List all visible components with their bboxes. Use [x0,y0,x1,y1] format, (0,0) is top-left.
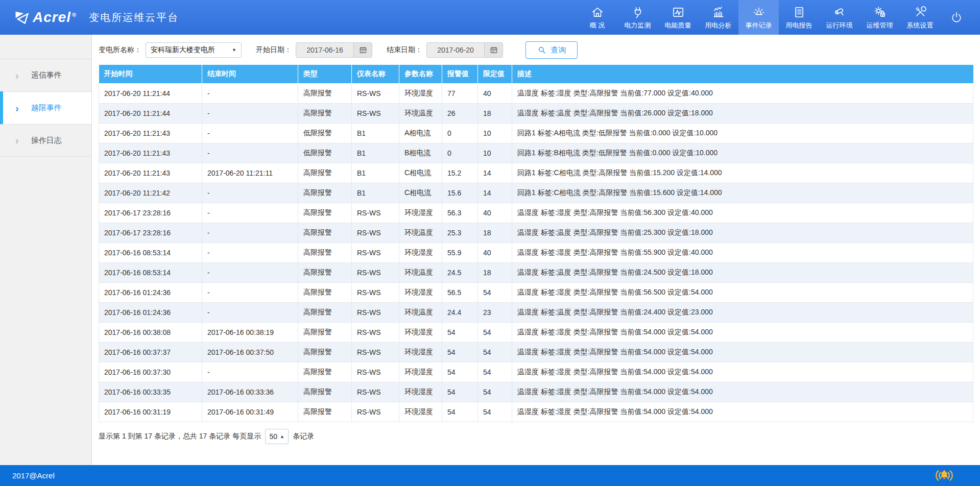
table-row: 2017-06-16 00:37:372017-06-16 00:37:50高限… [99,342,973,362]
power-monitor-icon [631,5,644,19]
table-cell: 2017-06-20 11:21:42 [99,183,202,203]
table-cell: - [202,183,298,203]
table-cell: RS-WS [352,342,399,362]
table-cell: RS-WS [352,362,399,382]
top-nav-item-usage-report[interactable]: 用电报告 [779,0,819,35]
table-cell: 回路1 标签:B相电流 类型:低限报警 当前值:0.000 设定值:10.000 [512,143,973,163]
table-cell: 14 [478,183,512,203]
station-select[interactable]: 安科瑞新大楼变电所 ▼ [146,42,242,58]
usage-analysis-icon [712,5,725,19]
table-row: 2017-06-17 23:28:16-高限报警RS-WS环境温度25.318温… [99,223,973,242]
layout: ›遥信事件›越限事件›操作日志 变电所名称： 安科瑞新大楼变电所 ▼ 开始日期：… [0,35,980,465]
table-cell: RS-WS [352,262,399,282]
table-cell: 高限报警 [298,183,352,203]
column-header-1: 开始时间 [99,65,202,83]
top-nav-item-power-monitor[interactable]: 电力监测 [617,0,658,35]
alarm-bell-icon[interactable] [933,469,955,482]
table-cell: RS-WS [352,83,399,103]
table-row: 2017-06-20 11:21:44-高限报警RS-WS环境湿度7740温湿度… [99,83,973,103]
table-header-row: 开始时间结束时间类型仪表名称参数名称报警值限定值描述 [99,65,973,83]
table-cell: 温湿度 标签:湿度 类型:高限报警 当前值:55.900 设定值:40.000 [512,242,973,262]
end-date-input[interactable]: 2017-06-20 [427,43,484,57]
table-cell: 温湿度 标签:湿度 类型:高限报警 当前值:54.000 设定值:54.000 [512,322,973,342]
environment-icon [833,5,846,19]
table-cell: 56.5 [442,282,478,302]
table-cell: 54 [478,342,512,362]
table-cell: 温湿度 标签:湿度 类型:高限报警 当前值:56.500 设定值:54.000 [512,282,973,302]
table-cell: RS-WS [352,382,399,402]
table-cell: 25.3 [442,223,478,242]
top-nav-item-om-management[interactable]: 运维管理 [859,0,900,35]
pagination: 显示第 1 到第 17 条记录，总共 17 条记录 每页显示 50 ▲ 条记录 [99,429,973,444]
top-nav-item-usage-analysis[interactable]: 用电分析 [698,0,738,35]
start-date-input[interactable]: 2017-06-16 [296,43,353,57]
table-cell: - [202,203,298,223]
table-cell: 高限报警 [298,382,352,402]
table-cell: 环境湿度 [399,83,442,103]
table-cell: 2017-06-16 00:33:36 [202,382,298,402]
filter-bar: 变电所名称： 安科瑞新大楼变电所 ▼ 开始日期： 2017-06-16 结束日期… [99,41,973,59]
chevron-right-icon: › [15,135,19,145]
top-nav-item-home[interactable]: 概 况 [577,0,617,35]
table-cell: 环境湿度 [399,203,442,223]
top-nav-item-power-quality[interactable]: 电能质量 [658,0,698,35]
start-date-label: 开始日期： [256,45,292,55]
table-cell: 2017-06-16 00:31:19 [99,402,202,422]
table-cell: C相电流 [399,183,442,203]
table-cell: 54 [442,382,478,402]
table-cell: 54 [478,362,512,382]
table-cell: 环境湿度 [399,402,442,422]
table-cell: 低限报警 [298,123,352,143]
table-cell: - [202,103,298,123]
end-date-calendar-button[interactable] [484,43,503,57]
top-nav-item-event-record[interactable]: 事件记录 [738,0,779,35]
table-cell: 2017-06-20 11:21:44 [99,83,202,103]
chevron-right-icon: › [15,103,19,113]
top-nav-item-environment[interactable]: 运行环境 [819,0,859,35]
table-row: 2017-06-16 01:24:36-高限报警RS-WS环境湿度56.554温… [99,282,973,302]
table-cell: RS-WS [352,203,399,223]
home-icon [591,5,604,19]
search-button[interactable]: 查询 [525,41,578,59]
power-button[interactable] [940,0,973,35]
top-nav-label: 运行环境 [826,21,853,30]
page-size-select[interactable]: 50 ▲ [265,429,289,444]
table-row: 2017-06-17 23:28:16-高限报警RS-WS环境湿度56.340温… [99,203,973,223]
top-nav-label: 概 况 [590,21,605,30]
usage-report-icon [793,5,806,19]
table-cell: 2017-06-17 23:28:16 [99,203,202,223]
table-cell: 高限报警 [298,242,352,262]
table-cell: 高限报警 [298,402,352,422]
table-cell: 2017-06-16 00:31:49 [202,402,298,422]
top-nav-label: 电能质量 [665,21,691,30]
pagination-suffix: 条记录 [293,432,314,441]
table-cell: 26 [442,103,478,123]
table-cell: - [202,123,298,143]
sidebar-item-3[interactable]: ›操作日志 [0,124,91,157]
table-cell: 2017-06-20 11:21:44 [99,103,202,123]
table-cell: 高限报警 [298,203,352,223]
table-cell: - [202,242,298,262]
table-cell: 2017-06-16 00:37:50 [202,342,298,362]
event-record-icon [752,5,766,19]
table-cell: 环境湿度 [399,342,442,362]
column-header-5: 参数名称 [399,65,442,83]
table-cell: - [202,83,298,103]
top-nav-item-system-settings[interactable]: 系统设置 [900,0,940,35]
table-cell: 18 [478,262,512,282]
search-icon [537,45,546,55]
table-row: 2017-06-16 00:31:192017-06-16 00:31:49高限… [99,402,973,422]
table-cell: 54 [478,382,512,402]
table-cell: 2017-06-16 08:53:14 [99,262,202,282]
table-cell: 高限报警 [298,342,352,362]
table-cell: 77 [442,83,478,103]
station-select-value: 安科瑞新大楼变电所 [151,45,215,55]
table-cell: 2017-06-20 11:21:11 [202,163,298,183]
table-cell: B1 [352,183,399,203]
sidebar-item-2[interactable]: ›越限事件 [0,91,91,124]
start-date-calendar-button[interactable] [353,43,372,57]
table-cell: 温湿度 标签:湿度 类型:高限报警 当前值:77.000 设定值:40.000 [512,83,973,103]
power-quality-icon [672,5,685,19]
sidebar-item-1[interactable]: ›遥信事件 [0,59,91,91]
table-cell: 2017-06-20 11:21:43 [99,143,202,163]
